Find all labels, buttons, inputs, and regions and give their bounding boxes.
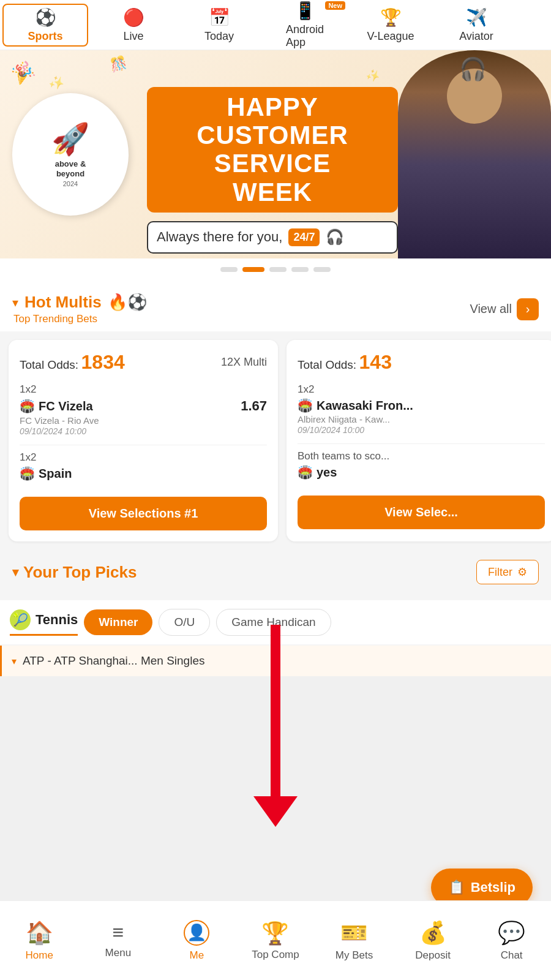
card-1-match-1: 1x2 🏟️ FC Vizela 1.67 FC Vizela - Rio Av…	[20, 383, 267, 436]
home-label: Home	[26, 949, 53, 962]
top-picks-title: ▾ Your Top Picks	[12, 563, 137, 582]
card-2-match-2: Both teams to sco... 🏟️ yes	[298, 450, 545, 480]
multi-cards-list: Total Odds: 1834 12X Multi 1x2 🏟️ FC Viz…	[0, 331, 551, 554]
sports-tab-label: Sports	[28, 30, 62, 43]
live-icon: 🔴	[123, 7, 144, 28]
view-selections-btn-2[interactable]: View Selec...	[298, 496, 545, 529]
hot-multis-title-area: ▾ Hot Multis 🔥⚽ Top Trending Bets	[12, 293, 147, 325]
card-1-header: Total Odds: 1834 12X Multi	[20, 351, 267, 374]
aviator-tab-label: Aviator	[459, 30, 493, 43]
android-icon: 📱	[294, 1, 316, 21]
team-icon-1: 🏟️	[20, 399, 35, 413]
team-icon-3: 🏟️	[298, 398, 313, 413]
bottom-nav-me[interactable]: 👤 Me	[166, 920, 227, 962]
banner-pagination	[0, 258, 551, 281]
banner-247-badge: 24/7	[288, 228, 320, 246]
menu-icon: ≡	[113, 922, 124, 943]
deposit-icon: 💰	[419, 920, 447, 946]
sports-icon: ⚽	[35, 7, 56, 28]
dot-3[interactable]	[269, 267, 287, 272]
atp-match-header[interactable]: ▾ ATP - ATP Shanghai... Men Singles	[0, 646, 551, 676]
chat-icon: 💬	[498, 920, 525, 946]
banner-title: HAPPYCUSTOMER SERVICEWEEK	[147, 87, 398, 213]
nav-tab-live[interactable]: 🔴 Live	[91, 0, 176, 50]
game-handicap-pill[interactable]: Game Handican	[216, 609, 331, 636]
nav-tab-vleague[interactable]: 🏆 V-League	[348, 0, 433, 50]
winner-pill[interactable]: Winner	[84, 609, 152, 635]
tennis-tab[interactable]: 🎾 Tennis	[10, 609, 78, 636]
bottom-nav-topcomp[interactable]: 🏆 Top Comp	[245, 921, 306, 961]
match-divider	[20, 445, 267, 445]
filter-button[interactable]: Filter ⚙	[476, 560, 539, 584]
topcomp-icon: 🏆	[261, 921, 289, 946]
tennis-ball-icon: 🎾	[10, 609, 31, 630]
android-tab-label: AndroidApp	[286, 23, 324, 49]
bottom-navigation: 🏠 Home ≡ Menu 👤 Me 🏆 Top Comp 🎫 My Bets …	[0, 900, 551, 980]
live-tab-label: Live	[123, 30, 143, 43]
chevron-match-icon: ▾	[12, 655, 17, 667]
nav-tab-today[interactable]: 📅 Today	[176, 0, 262, 50]
nav-tab-android[interactable]: 📱 AndroidApp New	[262, 0, 348, 50]
hot-multis-subtitle: Top Trending Bets	[12, 313, 147, 325]
multi-card-2: Total Odds: 143 1x2 🏟️ Kawasaki Fron... …	[287, 340, 551, 541]
top-navigation: ⚽ Sports 🔴 Live 📅 Today 📱 AndroidApp New…	[0, 0, 551, 50]
new-badge: New	[325, 1, 345, 10]
vleague-icon: 🏆	[380, 7, 402, 28]
aviator-icon: ✈️	[466, 7, 487, 28]
mybets-label: My Bets	[335, 949, 373, 962]
bottom-nav-home[interactable]: 🏠 Home	[9, 920, 70, 962]
dot-5[interactable]	[313, 267, 331, 272]
bottom-nav-chat[interactable]: 💬 Chat	[481, 920, 542, 962]
topcomp-label: Top Comp	[252, 949, 299, 961]
deposit-label: Deposit	[415, 949, 451, 962]
bottom-nav-mybets[interactable]: 🎫 My Bets	[324, 920, 385, 962]
mybets-icon: 🎫	[340, 920, 368, 946]
menu-label: Menu	[105, 947, 132, 959]
me-icon: 👤	[184, 920, 209, 946]
view-all-arrow-icon: ›	[517, 298, 539, 320]
chevron-down-icon[interactable]: ▾	[12, 295, 18, 310]
banner-person-image: 🎧	[398, 50, 551, 258]
bottom-nav-deposit[interactable]: 💰 Deposit	[402, 920, 463, 962]
ou-pill[interactable]: O/U	[159, 609, 210, 636]
chat-label: Chat	[501, 949, 523, 962]
banner-subtitle: Always there for you, 24/7 🎧	[147, 221, 398, 254]
vleague-tab-label: V-League	[367, 30, 414, 43]
card-2-match-1: 1x2 🏟️ Kawasaki Fron... Albirex Niigata …	[298, 383, 545, 435]
hot-multis-header: ▾ Hot Multis 🔥⚽ Top Trending Bets View a…	[0, 281, 551, 331]
card-1-match-2: 1x2 🏟️ Spain	[20, 451, 267, 481]
filter-icon: ⚙	[517, 565, 527, 579]
chevron-picks-icon[interactable]: ▾	[12, 565, 18, 579]
team-icon-4: 🏟️	[298, 465, 313, 480]
multi-card-1: Total Odds: 1834 12X Multi 1x2 🏟️ FC Viz…	[9, 340, 278, 541]
dot-2-active[interactable]	[242, 267, 264, 272]
team-icon-2: 🏟️	[20, 466, 35, 481]
banner-text: HAPPYCUSTOMER SERVICEWEEK Always there f…	[147, 87, 398, 254]
today-tab-label: Today	[204, 30, 234, 43]
view-all-button[interactable]: View all ›	[470, 298, 539, 320]
promotional-banner[interactable]: 🎉 ✨ 🎊 ✨ 🚀 above &beyond 2024 HAPPYCUSTOM…	[0, 50, 551, 258]
sport-filter-tabs: 🎾 Tennis Winner O/U Game Handican	[0, 600, 551, 644]
view-selections-btn-1[interactable]: View Selections #1	[20, 497, 267, 530]
betslip-icon: 📋	[448, 880, 465, 895]
dot-4[interactable]	[291, 267, 309, 272]
dot-1[interactable]	[220, 267, 238, 272]
fire-soccer-icon: 🔥⚽	[108, 293, 147, 312]
nav-tab-sports[interactable]: ⚽ Sports	[2, 4, 88, 47]
top-picks-header: ▾ Your Top Picks Filter ⚙	[0, 560, 551, 590]
arrow-head	[253, 796, 298, 827]
hot-multis-title: Hot Multis	[24, 293, 102, 312]
today-icon: 📅	[209, 7, 230, 28]
match-divider-2	[298, 443, 545, 444]
card-2-header: Total Odds: 143	[298, 351, 545, 374]
nav-tab-aviator[interactable]: ✈️ Aviator	[433, 0, 519, 50]
bottom-nav-menu[interactable]: ≡ Menu	[88, 922, 149, 959]
home-icon: 🏠	[26, 920, 53, 946]
me-label: Me	[190, 949, 204, 962]
brand-sticker: 🚀 above &beyond 2024	[12, 93, 129, 216]
